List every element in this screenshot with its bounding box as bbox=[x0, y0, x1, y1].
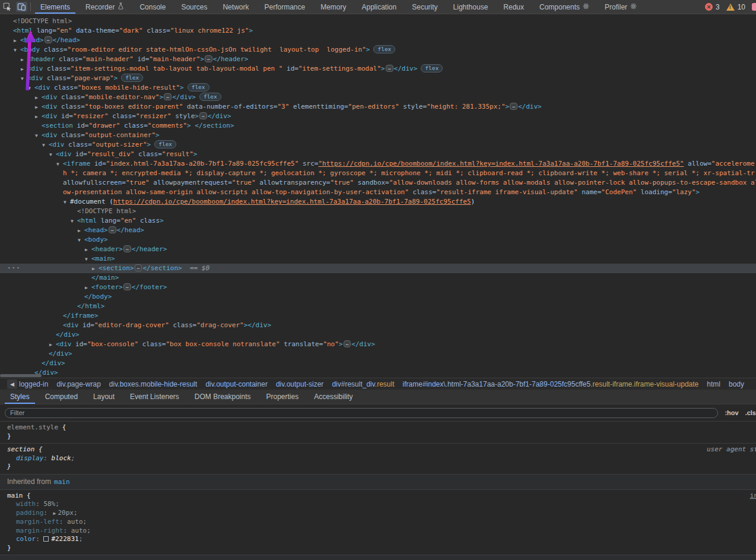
shorthand-expander-icon[interactable]: ▶ bbox=[53, 511, 56, 516]
tree-row[interactable]: ▼<body class="room-editor editor state-h… bbox=[0, 45, 756, 55]
expand-arrow-icon[interactable]: ▼ bbox=[85, 255, 91, 264]
flex-badge[interactable]: flex bbox=[199, 93, 221, 101]
expand-arrow-icon[interactable]: ▼ bbox=[42, 141, 49, 150]
pseudo-state-toggle[interactable]: .cls bbox=[745, 409, 756, 416]
sidebar-tab-event-listeners[interactable]: Event Listeners bbox=[122, 390, 187, 404]
tree-row[interactable]: ▼<iframe id="index.html-7a3a17aa-a20b-7b… bbox=[0, 159, 756, 169]
tree-row[interactable]: ▼<div class="output-container"> bbox=[0, 131, 756, 140]
tab-components[interactable]: Components bbox=[532, 0, 597, 14]
tab-application[interactable]: Application bbox=[354, 0, 405, 14]
breadcrumb-item[interactable]: logged-in bbox=[19, 380, 48, 388]
tree-row[interactable]: ▼<body> bbox=[0, 235, 756, 245]
collapse-arrow-icon[interactable]: ▶ bbox=[35, 103, 42, 112]
tree-row[interactable]: ▶<div class="top-boxes editor-parent" da… bbox=[0, 102, 756, 112]
tree-row[interactable]: ▶<div id="box-console" class="box box-co… bbox=[0, 340, 756, 349]
tree-row[interactable]: </div> bbox=[0, 330, 756, 340]
tree-row[interactable]: </iframe> bbox=[0, 311, 756, 321]
tree-row[interactable]: ▶<div id="resizer" class="resizer" style… bbox=[0, 112, 756, 121]
style-property[interactable]: margin-left: auto; bbox=[7, 518, 756, 527]
tree-row[interactable]: </div> bbox=[0, 359, 756, 368]
expand-ellipsis-button[interactable]: … bbox=[386, 65, 393, 72]
tree-row[interactable]: ▶<header class="main-header" id="main-he… bbox=[0, 55, 756, 64]
expand-ellipsis-button[interactable]: … bbox=[164, 93, 171, 100]
collapse-arrow-icon[interactable]: ▶ bbox=[85, 283, 91, 293]
breadcrumb-item[interactable]: div.output-sizer bbox=[276, 380, 323, 388]
style-property[interactable]: width: 58%; bbox=[7, 500, 756, 509]
feedback-icon[interactable] bbox=[752, 3, 756, 11]
error-icon[interactable]: ✕ bbox=[705, 3, 713, 11]
tab-memory[interactable]: Memory bbox=[313, 0, 354, 14]
tab-recorder[interactable]: Recorder bbox=[78, 0, 132, 14]
tree-row[interactable]: ▼<main> bbox=[0, 254, 756, 264]
inherited-node-link[interactable]: main bbox=[54, 478, 70, 486]
pseudo-state-toggle[interactable]: :hov bbox=[725, 409, 738, 416]
tree-row[interactable]: <section id="drawer" class="comments"> <… bbox=[0, 121, 756, 131]
tree-row[interactable]: ▶<footer>…</footer> bbox=[0, 283, 756, 292]
expand-ellipsis-button[interactable]: … bbox=[109, 226, 116, 233]
tab-profiler[interactable]: Profiler bbox=[597, 0, 644, 14]
flex-badge[interactable]: flex bbox=[188, 83, 209, 91]
rule-selector[interactable]: main bbox=[7, 492, 23, 499]
tree-row[interactable]: ▶<head>…</head> bbox=[0, 226, 756, 235]
tab-redux[interactable]: Redux bbox=[495, 0, 532, 14]
warning-count[interactable]: 10 bbox=[738, 3, 745, 11]
tree-row[interactable]: ▶<head>…</head> bbox=[0, 36, 756, 45]
tree-row[interactable]: h *; camera *; encrypted-media *; displa… bbox=[0, 169, 756, 178]
sidebar-tab-computed[interactable]: Computed bbox=[37, 390, 85, 404]
breadcrumb-item[interactable]: iframe#index\.html-7a3a17aa-a20b-7bf1-7a… bbox=[403, 380, 699, 388]
tree-row[interactable]: </main> bbox=[0, 273, 756, 283]
inspect-element-button[interactable] bbox=[0, 0, 14, 14]
rule-selector[interactable]: section bbox=[7, 445, 34, 453]
tree-row[interactable]: ▼<div class="page-wrap">flex bbox=[0, 74, 756, 83]
tree-row[interactable]: <html lang="en" data-theme="dark" class=… bbox=[0, 26, 756, 36]
collapse-arrow-icon[interactable]: ▶ bbox=[49, 340, 56, 350]
collapse-arrow-icon[interactable]: ▶ bbox=[78, 226, 84, 236]
breadcrumb-scroll-left-button[interactable]: ◀ bbox=[7, 379, 17, 389]
tree-row[interactable]: ▼<div class="output-sizer">flex bbox=[0, 140, 756, 150]
tree-row[interactable]: <!DOCTYPE html> bbox=[0, 17, 756, 26]
collapse-arrow-icon[interactable]: ▶ bbox=[21, 65, 27, 74]
collapse-arrow-icon[interactable]: ▶ bbox=[21, 55, 27, 65]
expand-arrow-icon[interactable]: ▼ bbox=[14, 46, 20, 55]
expand-ellipsis-button[interactable]: … bbox=[344, 340, 351, 347]
styles-filter-input[interactable] bbox=[5, 408, 718, 418]
row-menu-dots-icon[interactable]: ··· bbox=[7, 264, 21, 273]
flex-badge[interactable]: flex bbox=[154, 140, 176, 148]
sidebar-tab-dom-breakpoints[interactable]: DOM Breakpoints bbox=[187, 390, 259, 404]
tree-row[interactable]: </div> bbox=[0, 368, 756, 378]
tab-security[interactable]: Security bbox=[404, 0, 445, 14]
tree-row[interactable]: ▼<div id="result_div" class="result"> bbox=[0, 150, 756, 159]
expand-ellipsis-button[interactable]: … bbox=[510, 103, 517, 110]
expand-arrow-icon[interactable]: ▼ bbox=[35, 131, 42, 141]
style-property[interactable]: margin-right: auto; bbox=[7, 527, 756, 536]
expand-ellipsis-button[interactable]: … bbox=[123, 245, 131, 252]
style-property[interactable]: color: #222831; bbox=[7, 535, 756, 544]
flex-badge[interactable]: flex bbox=[121, 74, 143, 82]
sidebar-tab-accessibility[interactable]: Accessibility bbox=[306, 390, 360, 404]
expand-arrow-icon[interactable]: ▼ bbox=[78, 236, 84, 245]
expand-arrow-icon[interactable]: ▼ bbox=[28, 84, 34, 93]
breadcrumb-item[interactable]: body bbox=[729, 380, 744, 388]
error-count[interactable]: 3 bbox=[716, 3, 720, 11]
style-property[interactable]: padding: ▶20px; bbox=[7, 509, 756, 518]
tree-row[interactable]: ···▶<section>…</section> == $0 bbox=[0, 264, 756, 273]
tab-lighthouse[interactable]: Lighthouse bbox=[446, 0, 496, 14]
tab-performance[interactable]: Performance bbox=[256, 0, 313, 14]
sidebar-tab-layout[interactable]: Layout bbox=[85, 390, 122, 404]
tree-row[interactable]: ▼<html lang="en" class> bbox=[0, 216, 756, 226]
expand-ellipsis-button[interactable]: … bbox=[205, 55, 212, 62]
device-toolbar-toggle[interactable] bbox=[14, 0, 28, 14]
breadcrumb-item[interactable]: div#result_div.result bbox=[332, 380, 394, 388]
expand-arrow-icon[interactable]: ▼ bbox=[56, 160, 63, 169]
rule-source-link[interactable]: user agent stylesheet bbox=[707, 445, 756, 454]
tab-sources[interactable]: Sources bbox=[173, 0, 215, 14]
breadcrumb-item[interactable]: div.page-wrap bbox=[56, 380, 100, 388]
color-swatch[interactable] bbox=[43, 536, 49, 542]
tab-console[interactable]: Console bbox=[132, 0, 173, 14]
expand-ellipsis-button[interactable]: … bbox=[45, 36, 52, 43]
rule-source-link[interactable]: index.html bbox=[750, 492, 756, 501]
tree-row[interactable]: allowfullscreen="true" allowpaymentreque… bbox=[0, 178, 756, 188]
tree-row[interactable]: </div> bbox=[0, 349, 756, 359]
collapse-arrow-icon[interactable]: ▶ bbox=[35, 112, 42, 122]
tree-row[interactable]: <div id="editor-drag-cover" class="drag-… bbox=[0, 321, 756, 330]
